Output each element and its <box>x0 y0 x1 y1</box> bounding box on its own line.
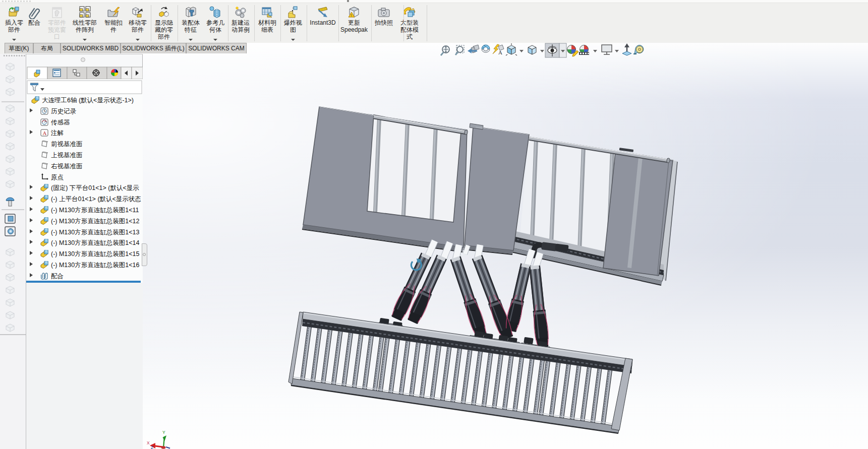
svg-text:Z: Z <box>151 445 153 449</box>
svg-text:A: A <box>498 49 502 55</box>
svg-text:!: ! <box>351 13 352 18</box>
svg-text:Y: Y <box>162 430 165 435</box>
svg-text:A: A <box>43 130 47 136</box>
svg-text:X: X <box>147 440 150 445</box>
